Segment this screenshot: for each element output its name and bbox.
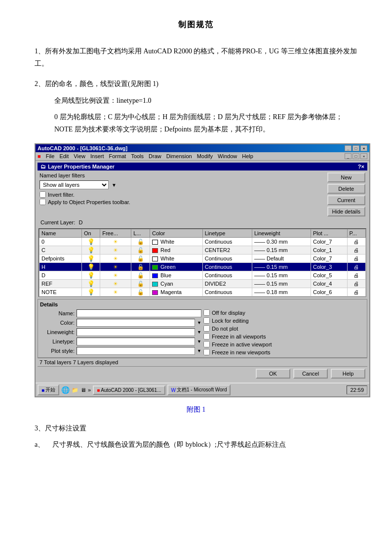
layer-print-cell[interactable]: 🖨 xyxy=(347,271,365,280)
menu-draw[interactable]: Draw xyxy=(149,153,161,159)
layer-on-cell[interactable]: 💡 xyxy=(81,280,100,288)
layer-linetype-cell[interactable]: Continuous xyxy=(202,263,252,271)
detail-name-input[interactable] xyxy=(77,309,201,317)
layer-print-cell[interactable]: 🖨 xyxy=(347,288,365,297)
layer-on-cell[interactable]: 💡 xyxy=(81,255,100,263)
table-row[interactable]: H💡☀🔓 GreenContinuous—— 0.15 mmColor_3🖨 xyxy=(39,263,366,271)
layer-linetype-cell[interactable]: Continuous xyxy=(202,288,252,297)
invert-filter-checkbox[interactable] xyxy=(39,191,46,198)
filter-arrow[interactable]: ▼ xyxy=(112,182,117,188)
inner-close-btn[interactable]: × xyxy=(360,153,367,159)
layer-lock-cell[interactable]: 🔓 xyxy=(131,271,150,280)
layer-lock-cell[interactable]: 🔓 xyxy=(131,255,150,263)
layer-linetype-cell[interactable]: Continuous xyxy=(202,255,252,263)
menu-dimension[interactable]: Dimension xyxy=(166,153,192,159)
table-row[interactable]: C💡☀🔓 RedCENTER2—— 0.15 mmColor_1🖨 xyxy=(39,246,366,255)
detail-lineweight-input[interactable] xyxy=(77,328,195,336)
new-layer-button[interactable]: New xyxy=(327,172,365,182)
help-button[interactable]: Help xyxy=(331,369,365,379)
layer-lineweight-cell[interactable]: —— 0.15 mm xyxy=(252,280,311,288)
layer-lock-cell[interactable]: 🔓 xyxy=(131,288,150,297)
layer-plot-cell[interactable]: Color_3 xyxy=(311,263,347,271)
menu-window[interactable]: Window xyxy=(218,153,237,159)
layer-lineweight-cell[interactable]: —— 0.15 mm xyxy=(252,246,311,255)
taskbar-autocad-btn[interactable]: ■ AutoCAD 2000 - [GL3061... xyxy=(93,385,165,395)
layer-lineweight-cell[interactable]: —— Default xyxy=(252,255,311,263)
menu-edit[interactable]: Edit xyxy=(59,153,69,159)
layer-color-cell[interactable]: Magenta xyxy=(150,288,203,297)
layer-print-cell[interactable]: 🖨 xyxy=(347,263,365,271)
layer-lineweight-cell[interactable]: —— 0.18 mm xyxy=(252,288,311,297)
detail-plotstyle-dropdown[interactable]: ▼ xyxy=(197,348,201,353)
maximize-btn[interactable]: □ xyxy=(353,145,359,151)
delete-layer-button[interactable]: Delete xyxy=(327,184,365,194)
layer-freeze-cell[interactable]: ☀ xyxy=(100,263,131,271)
cb-do-not-plot[interactable] xyxy=(203,325,210,332)
menu-view[interactable]: View xyxy=(74,153,85,159)
detail-linetype-dropdown[interactable]: ▼ xyxy=(197,339,201,344)
layer-freeze-cell[interactable]: ☀ xyxy=(100,255,131,263)
menu-tools[interactable]: Tools xyxy=(131,153,144,159)
cb-freeze-new-vp[interactable] xyxy=(203,349,210,355)
layer-on-cell[interactable]: 💡 xyxy=(81,271,100,280)
layer-print-cell[interactable]: 🖨 xyxy=(347,238,365,246)
cancel-button[interactable]: Cancel xyxy=(293,369,328,379)
layer-print-cell[interactable]: 🖨 xyxy=(347,280,365,288)
layer-lock-cell[interactable]: 🔓 xyxy=(131,263,150,271)
layer-panel-close[interactable]: ?× xyxy=(358,164,364,170)
detail-color-input[interactable] xyxy=(77,319,195,327)
layer-filter-select[interactable]: Show all layers xyxy=(39,180,109,189)
layer-linetype-cell[interactable]: Continuous xyxy=(202,271,252,280)
menu-format[interactable]: Format xyxy=(109,153,126,159)
detail-lineweight-dropdown[interactable]: ▼ xyxy=(197,330,201,335)
hide-details-button[interactable]: Hide details xyxy=(327,207,365,216)
layer-freeze-cell[interactable]: ☀ xyxy=(100,271,131,280)
apply-toolbar-checkbox[interactable] xyxy=(39,199,46,205)
detail-plotstyle-input[interactable] xyxy=(77,347,195,355)
table-row[interactable]: NOTE💡☀🔓 MagentaContinuous—— 0.18 mmColor… xyxy=(39,288,366,297)
layer-on-cell[interactable]: 💡 xyxy=(81,263,100,271)
layer-freeze-cell[interactable]: ☀ xyxy=(100,280,131,288)
layer-color-cell[interactable]: Green xyxy=(150,263,203,271)
cb-off-display[interactable] xyxy=(203,309,210,316)
table-row[interactable]: 0💡☀🔓 WhiteContinuous—— 0.30 mmColor_7🖨 xyxy=(39,238,366,246)
cb-freeze-all-vp[interactable] xyxy=(203,333,210,340)
layer-freeze-cell[interactable]: ☀ xyxy=(100,238,131,246)
layer-freeze-cell[interactable]: ☀ xyxy=(100,288,131,297)
detail-linetype-input[interactable] xyxy=(77,338,195,345)
layer-lock-cell[interactable]: 🔓 xyxy=(131,280,150,288)
layer-color-cell[interactable]: White xyxy=(150,238,203,246)
menu-help[interactable]: Help xyxy=(242,153,253,159)
layer-lock-cell[interactable]: 🔓 xyxy=(131,238,150,246)
minimize-btn[interactable]: _ xyxy=(345,145,352,151)
layer-plot-cell[interactable]: Color_6 xyxy=(311,288,347,297)
layer-plot-cell[interactable]: Color_5 xyxy=(311,271,347,280)
ok-button[interactable]: OK xyxy=(256,369,290,379)
inner-minimize-btn[interactable]: _ xyxy=(345,153,352,159)
layer-lineweight-cell[interactable]: —— 0.30 mm xyxy=(252,238,311,246)
layer-linetype-cell[interactable]: DIVIDE2 xyxy=(202,280,252,288)
layer-plot-cell[interactable]: Color_1 xyxy=(311,246,347,255)
table-row[interactable]: Defpoints💡☀🔓 WhiteContinuous—— DefaultCo… xyxy=(39,255,366,263)
layer-plot-cell[interactable]: Color_7 xyxy=(311,238,347,246)
layer-freeze-cell[interactable]: ☀ xyxy=(100,246,131,255)
layer-on-cell[interactable]: 💡 xyxy=(81,238,100,246)
layer-color-cell[interactable]: Cyan xyxy=(150,280,203,288)
close-btn[interactable]: × xyxy=(360,145,367,151)
start-button[interactable]: ■ 开始 xyxy=(38,384,59,395)
cb-lock-editing[interactable] xyxy=(203,317,210,324)
menu-file[interactable]: File xyxy=(46,153,55,159)
inner-restore-btn[interactable]: □ xyxy=(353,153,359,159)
layer-color-cell[interactable]: Blue xyxy=(150,271,203,280)
menu-insert[interactable]: Insert xyxy=(90,153,104,159)
current-layer-button[interactable]: Current xyxy=(327,195,365,205)
table-row[interactable]: REF💡☀🔓 CyanDIVIDE2—— 0.15 mmColor_4🖨 xyxy=(39,280,366,288)
taskbar-word-btn[interactable]: W 文档1 - Microsoft Word xyxy=(167,384,231,395)
cb-freeze-active-vp[interactable] xyxy=(203,341,210,347)
table-row[interactable]: D💡☀🔓 BlueContinuous—— 0.15 mmColor_5🖨 xyxy=(39,271,366,280)
layer-print-cell[interactable]: 🖨 xyxy=(347,246,365,255)
layer-linetype-cell[interactable]: Continuous xyxy=(202,238,252,246)
layer-color-cell[interactable]: White xyxy=(150,255,203,263)
layer-plot-cell[interactable]: Color_7 xyxy=(311,255,347,263)
layer-on-cell[interactable]: 💡 xyxy=(81,246,100,255)
